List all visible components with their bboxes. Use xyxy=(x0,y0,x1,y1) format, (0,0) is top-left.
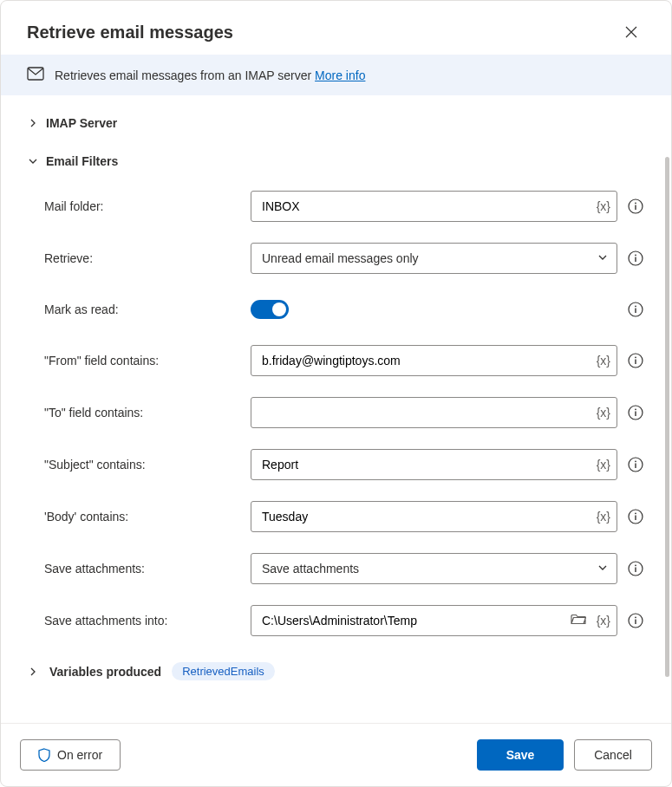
info-icon[interactable] xyxy=(626,249,645,268)
svg-point-26 xyxy=(635,616,636,618)
svg-point-5 xyxy=(635,254,636,256)
chevron-down-icon xyxy=(597,562,608,576)
label-retrieve: Retrieve: xyxy=(44,251,251,265)
info-banner: Retrieves email messages from an IMAP se… xyxy=(1,55,671,95)
variable-badge[interactable]: RetrievedEmails xyxy=(172,662,275,680)
info-icon[interactable] xyxy=(626,300,645,319)
shield-icon xyxy=(38,748,50,762)
dialog-footer: On error Save Cancel xyxy=(1,723,671,786)
label-save-attachments-into: Save attachments into: xyxy=(44,614,251,628)
row-save-attachments: Save attachments: Save attachments xyxy=(27,543,645,595)
label-save-attachments: Save attachments: xyxy=(44,562,251,576)
variables-produced-label: Variables produced xyxy=(49,665,161,679)
section-imap-title: IMAP Server xyxy=(46,116,117,130)
input-mail-folder[interactable] xyxy=(251,191,617,222)
dialog-retrieve-email: Retrieve email messages Retrieves email … xyxy=(0,0,672,787)
label-from-contains: "From" field contains: xyxy=(44,354,251,367)
info-icon[interactable] xyxy=(626,351,645,370)
row-body-contains: 'Body' contains: {x} xyxy=(27,491,645,543)
svg-point-2 xyxy=(635,202,636,204)
input-to-contains[interactable] xyxy=(251,397,617,428)
label-mark-as-read: Mark as read: xyxy=(44,302,251,316)
variable-token-button[interactable]: {x} xyxy=(597,199,610,213)
row-save-attachments-into: Save attachments into: {x} xyxy=(27,595,645,647)
scrollbar[interactable] xyxy=(665,157,669,677)
on-error-label: On error xyxy=(57,748,102,762)
section-email-filters[interactable]: Email Filters xyxy=(27,142,645,180)
row-from-contains: "From" field contains: {x} xyxy=(27,335,645,387)
row-mark-as-read: Mark as read: xyxy=(27,284,645,335)
svg-rect-27 xyxy=(635,620,636,625)
variable-token-button[interactable]: {x} xyxy=(597,354,610,367)
svg-point-23 xyxy=(635,564,636,566)
banner-description: Retrieves email messages from an IMAP se… xyxy=(55,68,315,82)
variable-token-button[interactable]: {x} xyxy=(597,510,610,524)
variable-token-button[interactable]: {x} xyxy=(597,614,610,628)
section-imap-server[interactable]: IMAP Server xyxy=(27,104,645,142)
toggle-mark-as-read[interactable] xyxy=(251,300,289,319)
close-button[interactable] xyxy=(617,18,645,46)
svg-point-14 xyxy=(635,408,636,410)
dialog-body: IMAP Server Email Filters Mail folder: {… xyxy=(1,95,671,723)
svg-rect-3 xyxy=(635,205,636,211)
cancel-button[interactable]: Cancel xyxy=(574,739,652,771)
svg-rect-9 xyxy=(635,309,636,314)
chevron-down-icon xyxy=(27,155,39,167)
variable-token-button[interactable]: {x} xyxy=(597,458,610,472)
row-mail-folder: Mail folder: {x} xyxy=(27,180,645,232)
dropdown-save-attachments-value: Save attachments xyxy=(262,562,359,576)
chevron-right-icon xyxy=(27,117,39,129)
info-icon[interactable] xyxy=(626,455,645,474)
svg-rect-6 xyxy=(635,257,636,263)
browse-folder-button[interactable] xyxy=(571,614,586,628)
dialog-title: Retrieve email messages xyxy=(27,23,233,42)
variable-token-button[interactable]: {x} xyxy=(597,406,610,420)
label-subject-contains: "Subject" contains: xyxy=(44,458,251,472)
dropdown-retrieve-value: Unread email messages only xyxy=(262,251,419,265)
svg-point-17 xyxy=(635,460,636,462)
row-to-contains: "To" field contains: {x} xyxy=(27,387,645,439)
svg-point-20 xyxy=(635,512,636,514)
mail-icon xyxy=(27,67,44,83)
svg-rect-12 xyxy=(635,360,636,365)
svg-rect-21 xyxy=(635,516,636,521)
folder-icon xyxy=(571,614,586,626)
input-from-contains[interactable] xyxy=(251,345,617,376)
footer-actions: Save Cancel xyxy=(477,739,652,771)
label-body-contains: 'Body' contains: xyxy=(44,510,251,524)
info-icon[interactable] xyxy=(626,403,645,422)
section-filters-title: Email Filters xyxy=(46,154,118,168)
svg-rect-24 xyxy=(635,568,636,573)
more-info-link[interactable]: More info xyxy=(315,68,365,82)
svg-point-11 xyxy=(635,356,636,358)
info-icon[interactable] xyxy=(626,197,645,216)
save-button[interactable]: Save xyxy=(477,739,564,771)
dialog-header: Retrieve email messages xyxy=(1,1,671,55)
chevron-right-icon xyxy=(27,666,39,678)
section-variables-produced[interactable]: Variables produced RetrievedEmails xyxy=(27,647,645,696)
input-body-contains[interactable] xyxy=(251,501,617,532)
close-icon xyxy=(625,26,637,38)
dropdown-retrieve[interactable]: Unread email messages only xyxy=(251,243,617,274)
info-icon[interactable] xyxy=(626,559,645,578)
banner-text: Retrieves email messages from an IMAP se… xyxy=(55,68,365,82)
dropdown-save-attachments[interactable]: Save attachments xyxy=(251,553,617,584)
chevron-down-icon xyxy=(597,251,608,265)
label-mail-folder: Mail folder: xyxy=(44,199,251,213)
svg-rect-15 xyxy=(635,412,636,417)
info-icon[interactable] xyxy=(626,507,645,526)
label-to-contains: "To" field contains: xyxy=(44,406,251,420)
svg-point-8 xyxy=(635,305,636,307)
on-error-button[interactable]: On error xyxy=(20,739,121,771)
row-subject-contains: "Subject" contains: {x} xyxy=(27,439,645,491)
input-save-attachments-into[interactable] xyxy=(251,605,617,636)
info-icon[interactable] xyxy=(626,611,645,630)
svg-rect-18 xyxy=(635,464,636,469)
row-retrieve: Retrieve: Unread email messages only xyxy=(27,232,645,284)
input-subject-contains[interactable] xyxy=(251,449,617,480)
